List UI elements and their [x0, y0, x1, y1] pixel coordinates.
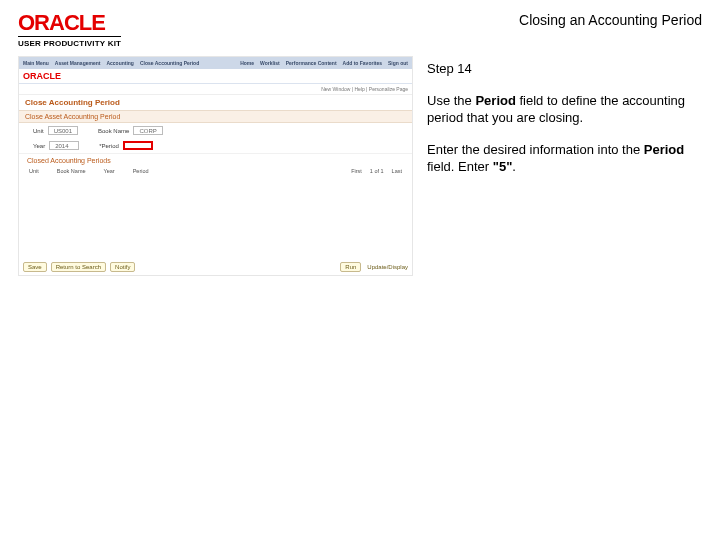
topbar-mainmenu: Main Menu	[23, 60, 49, 66]
app-topbar: Main Menu Asset Management Accounting Cl…	[19, 57, 412, 69]
topbar-crumb-1: Accounting	[106, 60, 134, 66]
closed-periods-heading: Closed Accounting Periods	[19, 153, 412, 167]
topbar-link-worklist: Worklist	[260, 60, 280, 66]
chip-save[interactable]: Save	[23, 262, 47, 272]
status-update-display: Update/Display	[367, 264, 408, 270]
app-oracle-logo: ORACLE	[19, 69, 412, 84]
label-book: Book Name	[98, 128, 129, 134]
pager-last: Last	[392, 168, 402, 174]
instruction-paragraph-2: Enter the desired information into the P…	[427, 141, 702, 176]
page-title: Closing an Accounting Period	[519, 12, 702, 28]
field-book[interactable]: CORP	[133, 126, 163, 135]
field-year[interactable]: 2014	[49, 141, 79, 150]
app-meta-links: New Window | Help | Personalize Page	[19, 84, 412, 95]
chip-run[interactable]: Run	[340, 262, 361, 272]
p2-b: field. Enter	[427, 159, 493, 174]
topbar-link-signout: Sign out	[388, 60, 408, 66]
p2-bold2: "5"	[493, 159, 513, 174]
p2-c: .	[512, 159, 516, 174]
instruction-paragraph-1: Use the Period field to define the accou…	[427, 92, 702, 127]
label-year: Year	[33, 143, 45, 149]
field-period[interactable]	[123, 141, 153, 150]
topbar-link-home: Home	[240, 60, 254, 66]
topbar-link-fav: Add to Favorites	[343, 60, 382, 66]
pager-first: First	[351, 168, 362, 174]
step-label: Step 14	[427, 60, 702, 78]
topbar-crumb-2: Close Accounting Period	[140, 60, 199, 66]
topbar-link-perf: Performance Content	[286, 60, 337, 66]
table-header: Unit Book Name Year Period First 1 of 1 …	[19, 167, 412, 175]
label-unit: Unit	[33, 128, 44, 134]
chip-notify[interactable]: Notify	[110, 262, 135, 272]
col-year: Year	[104, 168, 115, 174]
pager-pos: 1 of 1	[370, 168, 384, 174]
p2-a: Enter the desired information into the	[427, 142, 644, 157]
brand-block: ORACLE USER PRODUCTIVITY KIT	[18, 12, 121, 48]
col-unit: Unit	[29, 168, 39, 174]
chip-return[interactable]: Return to Search	[51, 262, 106, 272]
instruction-panel: Step 14 Use the Period field to define t…	[427, 56, 702, 276]
p1-bold: Period	[475, 93, 515, 108]
field-unit[interactable]: US001	[48, 126, 78, 135]
col-book: Book Name	[57, 168, 86, 174]
col-period: Period	[133, 168, 149, 174]
oracle-logo: ORACLE	[18, 12, 121, 34]
brand-subline: USER PRODUCTIVITY KIT	[18, 36, 121, 48]
label-period: *Period	[99, 143, 119, 149]
embedded-screenshot: Main Menu Asset Management Accounting Cl…	[18, 56, 413, 276]
p2-bold1: Period	[644, 142, 684, 157]
app-subtab: Close Asset Accounting Period	[19, 110, 412, 123]
topbar-crumb-0: Asset Management	[55, 60, 101, 66]
app-section-title: Close Accounting Period	[19, 95, 412, 110]
p1-a: Use the	[427, 93, 475, 108]
